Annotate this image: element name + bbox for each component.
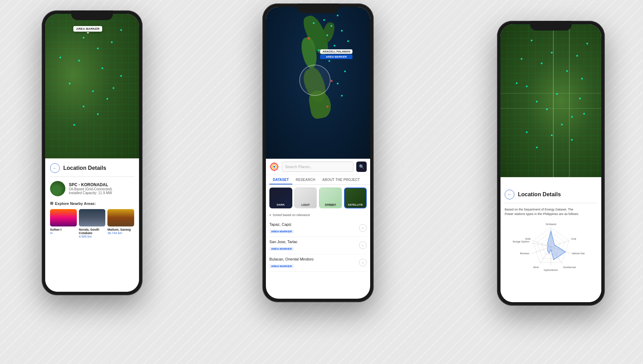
result-item-3[interactable]: Bulacan, Oriental Mindoro AREA MARKER ›: [269, 254, 367, 272]
radar-svg: Oil-Based Coal Natural Gas Geothermal Hy…: [513, 219, 589, 274]
left-area-marker-text: AREA MARKER: [76, 27, 99, 31]
results-header: ≡ Sorted based on relevance: [269, 213, 367, 217]
right-map: [500, 24, 601, 177]
result-info-2: San Jose, Tarlac AREA MARKER: [269, 240, 298, 251]
left-back-button[interactable]: ←: [50, 163, 60, 173]
left-panel-title: Location Details: [63, 165, 106, 171]
left-area-marker-tooltip: AREA MARKER: [73, 26, 102, 32]
search-input[interactable]: Search Places..: [282, 162, 353, 172]
radar-section: Based on the Department of Energy Datase…: [505, 207, 597, 274]
nearby-thumb-2: [79, 209, 106, 226]
right-back-button[interactable]: ←: [505, 190, 514, 199]
right-panel-title: Location Details: [518, 191, 561, 198]
app-logo: [269, 162, 279, 172]
result-arrow-2[interactable]: ›: [359, 241, 367, 249]
left-station-info: SPC - KORONADAL Oil-Based (Grid-Connecte…: [69, 182, 112, 195]
search-icon: 🔍: [359, 164, 364, 169]
left-station-row: SPC - KORONADAL Oil-Based (Grid-Connecte…: [50, 181, 134, 196]
svg-text:Geothermal: Geothermal: [563, 266, 576, 268]
left-panel-header: ← Location Details: [50, 163, 134, 177]
svg-text:Wind: Wind: [533, 266, 539, 268]
nearby-thumb-3: [107, 209, 134, 226]
sorted-icon: ≡: [269, 213, 271, 217]
svg-text:Coal: Coal: [571, 238, 576, 240]
left-explore-title: ⊞ Explore Nearby Areas:: [50, 201, 134, 206]
result-info-1: Tapaz, Capiz AREA MARKER: [269, 222, 294, 234]
nearby-dist-2: 4.505 km: [79, 235, 106, 238]
map-tile-dark[interactable]: DARK: [269, 188, 292, 208]
nearby-card-3[interactable]: Maitum, Sarang 36.744 km: [107, 209, 134, 238]
grid-icon: ⊞: [50, 201, 53, 206]
center-map: ARACELI, PALAWAN AREA MARKER: [266, 7, 370, 159]
svg-point-3: [274, 166, 275, 167]
radar-desc: Based on the Department of Energy Datase…: [505, 207, 597, 216]
results-section: ≡ Sorted based on relevance Tapaz, Capiz…: [266, 211, 370, 274]
svg-text:Natural Gas: Natural Gas: [572, 252, 585, 255]
svg-text:Hydroelectric: Hydroelectric: [544, 269, 558, 272]
search-placeholder-text: Search Places..: [285, 165, 312, 169]
left-station-avatar: [50, 181, 65, 196]
result-arrow-3[interactable]: ›: [359, 259, 367, 266]
result-item-1[interactable]: Tapaz, Capiz AREA MARKER ›: [269, 220, 367, 237]
right-panel-header: ← Location Details: [505, 190, 597, 203]
svg-text:Solar: Solar: [525, 238, 531, 240]
left-station-capacity: Installed Capacity: 11.9 MW: [69, 191, 112, 195]
center-map-bg: ARACELI, PALAWAN AREA MARKER: [266, 7, 370, 159]
tab-dataset[interactable]: DATASET: [269, 175, 292, 184]
left-nearby-grid: Sultan t m Norala, South Cotabato 4.505 …: [50, 209, 134, 238]
nearby-dist-1: m: [50, 231, 77, 235]
left-location-panel: ← Location Details SPC - KORONADAL Oil-B…: [45, 158, 139, 292]
center-nav: Search Places.. 🔍: [266, 159, 370, 175]
nearby-dist-3: 36.744 km: [107, 231, 134, 235]
nearby-card-2[interactable]: Norala, South Cotabato 4.505 km: [79, 209, 106, 238]
nearby-label-1: Sultan t: [50, 228, 77, 231]
result-item-2[interactable]: San Jose, Tarlac AREA MARKER ›: [269, 237, 367, 254]
left-station-type: Oil-Based (Grid-Connected): [69, 187, 112, 191]
left-phone: AREA MARKER ← Location Details SPC - KOR…: [42, 10, 143, 295]
nearby-thumb-1: [50, 209, 77, 226]
center-tabs: DATASET RESEARCH ABOUT THE PROJECT: [266, 175, 370, 185]
left-phone-notch: [71, 10, 113, 20]
right-phone-notch: [530, 21, 572, 31]
nearby-label-3: Maitum, Sarang: [107, 228, 134, 231]
svg-text:Energy Storage System: Energy Storage System: [513, 240, 529, 243]
tab-about[interactable]: ABOUT THE PROJECT: [319, 175, 363, 184]
right-location-panel: ← Location Details Based on the Departme…: [500, 185, 601, 302]
map-tiles: DARK LIGHT STREET SATELLITE: [266, 185, 370, 211]
right-phone: ← Location Details Based on the Departme…: [497, 21, 605, 306]
result-info-3: Bulacan, Oriental Mindoro AREA MARKER: [269, 257, 314, 268]
palawan-location-label: ARACELI, PALAWAN: [320, 49, 352, 54]
nearby-label-2: Norala, South Cotabato: [79, 228, 106, 235]
palawan-area-marker-btn[interactable]: AREA MARKER: [320, 55, 352, 59]
left-station-name: SPC - KORONADAL: [69, 182, 112, 187]
svg-text:Oil-Based: Oil-Based: [546, 223, 556, 225]
right-phone-screen: ← Location Details Based on the Departme…: [500, 24, 601, 302]
left-map-dots: [45, 14, 139, 167]
center-phone-notch: [297, 3, 339, 13]
palawan-tooltip: ARACELI, PALAWAN AREA MARKER: [320, 49, 352, 59]
result-arrow-1[interactable]: ›: [359, 224, 367, 232]
tab-research[interactable]: RESEARCH: [292, 175, 319, 184]
map-tile-satellite[interactable]: SATELLITE: [344, 188, 367, 208]
radar-chart: Oil-Based Coal Natural Gas Geothermal Hy…: [513, 219, 589, 274]
search-button[interactable]: 🔍: [356, 162, 367, 172]
left-back-arrow-icon: ←: [53, 166, 57, 171]
svg-marker-21: [547, 231, 565, 260]
svg-text:Biomass: Biomass: [520, 252, 529, 255]
left-phone-screen: AREA MARKER ← Location Details SPC - KOR…: [45, 14, 139, 292]
right-back-arrow-icon: ←: [507, 192, 512, 197]
center-phone-screen: ARACELI, PALAWAN AREA MARKER: [266, 7, 370, 299]
map-tile-light[interactable]: LIGHT: [294, 188, 317, 208]
left-map: AREA MARKER: [45, 14, 139, 167]
nearby-card-1[interactable]: Sultan t m: [50, 209, 77, 238]
map-tile-street[interactable]: STREET: [319, 188, 342, 208]
center-phone: ARACELI, PALAWAN AREA MARKER: [262, 3, 374, 302]
right-map-dots: [500, 24, 601, 177]
center-map-dots: [266, 7, 370, 159]
